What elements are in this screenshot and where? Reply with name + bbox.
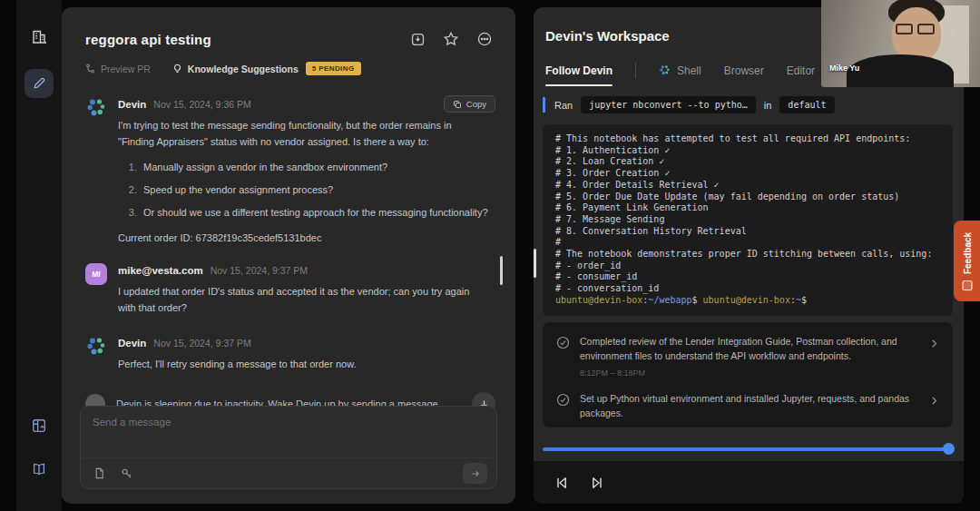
copy-button[interactable]: Copy [444, 95, 495, 113]
task-main: Completed review of the Lender Integrati… [580, 334, 939, 378]
tab-editor[interactable]: Editor [787, 64, 815, 86]
feedback-label: Feedback [962, 231, 972, 273]
task-text: Completed review of the Lender Integrati… [580, 334, 939, 363]
copy-icon [453, 100, 462, 109]
chat-header-icons [408, 30, 494, 48]
attach-file-icon[interactable] [93, 467, 106, 480]
knowledge-suggestions-label: Knowledge Suggestions [188, 64, 299, 74]
message-head: Devin Nov 15, 2024, 9:36 PM [118, 99, 495, 110]
terminal-prompt: ubuntu@devin-box:~/webapp$ ubuntu@devin-… [555, 295, 940, 307]
chat-header: reggora api testing [62, 7, 515, 48]
pending-badge: 5 PENDING [306, 62, 361, 75]
message-paragraph: Perfect, I'll retry sending a message to… [118, 356, 483, 372]
tabs-divider [635, 63, 636, 78]
terminal-line: # 6. Payment Link Generation [555, 202, 940, 214]
command-connector: in [764, 100, 772, 111]
preview-pr-button[interactable]: Preview PR [85, 64, 151, 74]
task-card[interactable]: Set up Python virtual environment and in… [556, 391, 939, 427]
message-list-items: Manually assign a vendor in the sandbox … [125, 161, 490, 220]
devin-avatar [85, 97, 107, 119]
terminal-line: # 4. Order Details Retrieval ✓ [555, 180, 940, 192]
message-input[interactable] [81, 407, 496, 457]
more-options-icon[interactable] [475, 30, 494, 48]
task-time: 8:18PM – 8:19PM [580, 426, 939, 427]
message-list-item: Speed up the vendor assignment process? [140, 183, 490, 197]
devin-avatar [85, 336, 107, 358]
feedback-button[interactable]: Feedback [954, 221, 980, 301]
shell-output: # This notebook has attempted to test al… [543, 124, 953, 316]
chat-message: Devin Nov 15, 2024, 9:36 PM Copy I'm try… [85, 97, 495, 243]
message-paragraphs: I'm trying to test the message sending f… [118, 117, 495, 150]
machines-icon[interactable] [24, 411, 54, 440]
message-head: Devin Nov 15, 2024, 9:37 PM [118, 338, 495, 349]
preview-pr-label: Preview PR [101, 64, 151, 74]
panel-resize-handle[interactable] [534, 249, 536, 278]
left-sidebar [16, 0, 62, 511]
tab-browser[interactable]: Browser [724, 64, 764, 86]
download-icon[interactable] [408, 30, 426, 48]
knowledge-suggestions-button[interactable]: Knowledge Suggestions [172, 64, 299, 74]
star-icon[interactable] [442, 30, 460, 48]
chat-panel: reggora api testing Preview PR Knowledge… [62, 7, 515, 504]
webcam-person-torso [847, 54, 954, 87]
organization-icon[interactable] [24, 22, 54, 51]
skip-back-icon [554, 476, 569, 490]
feedback-inner: Feedback [962, 231, 972, 290]
message-timestamp: Nov 15, 2024, 9:37 PM [153, 338, 250, 349]
command-accent-bar [543, 97, 545, 113]
command-env-chip: default [779, 96, 834, 113]
skip-forward-button[interactable] [587, 473, 607, 493]
tab-shell[interactable]: Shell [659, 64, 701, 86]
glasses-icon [896, 24, 913, 34]
webcam-video: Mike Yu [821, 0, 980, 87]
message-list: Devin Nov 15, 2024, 9:36 PM Copy I'm try… [62, 75, 515, 372]
tab-label: Shell [677, 64, 701, 77]
timeline-knob[interactable] [943, 443, 955, 455]
tab-follow-devin[interactable]: Follow Devin [545, 64, 612, 86]
tab-label: Browser [724, 64, 764, 77]
chat-message: MI mike@vesta.com Nov 15, 2024, 9:37 PM … [85, 263, 495, 316]
last-command-row[interactable]: Ran jupyter nbconvert --to pytho… in def… [543, 96, 953, 113]
message-author: Devin [118, 338, 146, 349]
terminal-line: # 1. Authentication ✓ [555, 145, 940, 157]
timeline-progress [543, 447, 953, 451]
terminal-line: # 7. Message Sending [555, 214, 940, 226]
message-paragraphs: I updated that order ID's status and acc… [118, 283, 495, 316]
task-text: Set up Python virtual environment and in… [580, 391, 939, 420]
session-title: reggora api testing [85, 32, 408, 47]
tab-label: Editor [787, 64, 815, 77]
timeline-slider[interactable] [543, 443, 953, 455]
message-body: mike@vesta.com Nov 15, 2024, 9:37 PM I u… [118, 263, 495, 316]
branch-icon [85, 64, 95, 74]
check-circle-icon [556, 393, 570, 427]
message-closing: Current order ID: 67382f19c35cedef5131bd… [118, 232, 495, 243]
check-circle-icon [556, 336, 570, 378]
message-paragraph: I'm trying to test the message sending f… [118, 117, 483, 150]
message-list-item: Manually assign a vendor in the sandbox … [140, 161, 490, 174]
task-card[interactable]: Completed review of the Lender Integrati… [556, 334, 939, 378]
docs-icon[interactable] [24, 455, 54, 484]
skip-back-button[interactable] [552, 473, 572, 493]
message-list-item: Or should we use a different testing app… [140, 206, 490, 220]
terminal-line: # - order_id [555, 260, 940, 272]
terminal-line: # The notebook demonstrates proper ID st… [555, 249, 940, 260]
secrets-key-icon[interactable] [120, 467, 133, 480]
skip-forward-icon [590, 476, 604, 490]
terminal-line: # - conversation_id [555, 283, 940, 295]
command-verb: Ran [554, 100, 573, 111]
terminal-line: # 3. Order Creation ✓ [555, 168, 940, 180]
message-paragraphs: Perfect, I'll retry sending a message to… [118, 356, 495, 372]
message-author: mike@vesta.com [118, 265, 203, 276]
terminal-line: # 8. Conversation History Retrieval [555, 226, 940, 238]
terminal-line: # 5. Order Due Date Update (may fail dep… [555, 192, 940, 203]
tab-label: Follow Devin [545, 64, 612, 77]
message-timestamp: Nov 15, 2024, 9:37 PM [211, 265, 308, 276]
chat-scrollbar-thumb[interactable] [500, 256, 503, 285]
send-button[interactable] [463, 463, 487, 484]
chat-message: Devin Nov 15, 2024, 9:37 PM Perfect, I'l… [85, 336, 495, 372]
knowledge-suggestions: Knowledge Suggestions 5 PENDING [172, 62, 361, 75]
message-head: mike@vesta.com Nov 15, 2024, 9:37 PM [118, 265, 495, 276]
edit-session-icon[interactable] [24, 69, 54, 98]
webcam-name-label: Mike Yu [829, 64, 859, 73]
message-timestamp: Nov 15, 2024, 9:36 PM [153, 99, 250, 110]
